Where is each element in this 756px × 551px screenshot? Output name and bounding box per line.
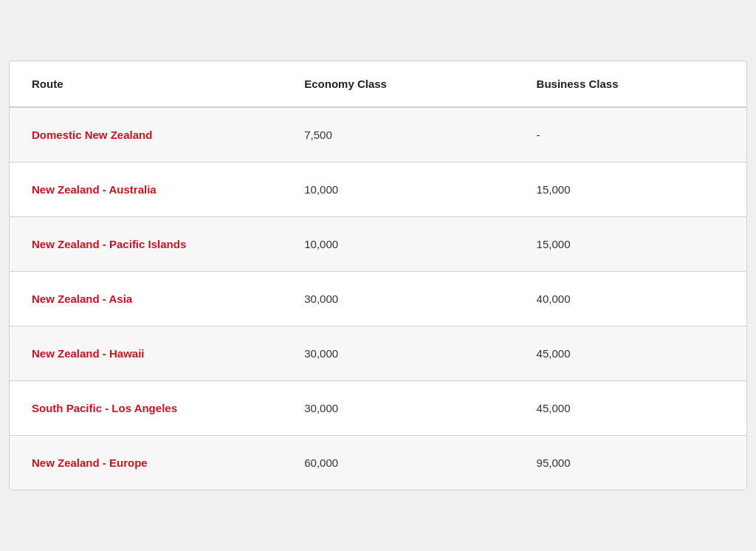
route-header: Route — [10, 61, 282, 107]
table-row: New Zealand - Hawaii30,00045,000 — [10, 326, 746, 381]
table-row: New Zealand - Australia10,00015,000 — [10, 162, 746, 217]
route-name: South Pacific - Los Angeles — [32, 402, 177, 414]
fare-table-container: Route Economy Class Business Class Domes… — [9, 61, 747, 490]
table-row: South Pacific - Los Angeles30,00045,000 — [10, 381, 746, 436]
economy-cell: 7,500 — [282, 107, 514, 162]
economy-header: Economy Class — [282, 61, 514, 107]
table-row: New Zealand - Asia30,00040,000 — [10, 272, 746, 326]
business-cell: 45,000 — [515, 326, 746, 381]
route-cell: South Pacific - Los Angeles — [10, 381, 282, 436]
table-row: New Zealand - Pacific Islands10,00015,00… — [10, 217, 746, 272]
economy-cell: 30,000 — [282, 326, 514, 381]
table-header-row: Route Economy Class Business Class — [10, 61, 746, 107]
route-name: New Zealand - Australia — [32, 183, 157, 196]
economy-cell: 30,000 — [282, 381, 514, 436]
route-name: New Zealand - Asia — [32, 292, 132, 305]
fare-table: Route Economy Class Business Class Domes… — [10, 61, 746, 490]
route-name: New Zealand - Europe — [32, 456, 148, 469]
route-cell: New Zealand - Asia — [10, 272, 282, 326]
economy-cell: 10,000 — [282, 217, 514, 272]
route-cell: New Zealand - Hawaii — [10, 326, 282, 381]
business-cell: 15,000 — [515, 162, 746, 217]
business-cell: - — [515, 107, 746, 162]
table-row: New Zealand - Europe60,00095,000 — [10, 436, 746, 490]
business-cell: 40,000 — [515, 272, 746, 326]
economy-cell: 10,000 — [282, 162, 514, 217]
route-name: New Zealand - Hawaii — [32, 347, 145, 360]
route-cell: New Zealand - Europe — [10, 436, 282, 490]
route-cell: Domestic New Zealand — [10, 107, 282, 162]
economy-cell: 60,000 — [282, 436, 514, 490]
business-cell: 95,000 — [515, 436, 746, 490]
business-cell: 45,000 — [515, 381, 746, 436]
business-cell: 15,000 — [515, 217, 746, 272]
table-row: Domestic New Zealand7,500- — [10, 107, 746, 162]
economy-cell: 30,000 — [282, 272, 514, 326]
route-cell: New Zealand - Australia — [10, 162, 282, 217]
route-name: Domestic New Zealand — [32, 129, 152, 141]
business-header: Business Class — [515, 61, 746, 107]
route-name: New Zealand - Pacific Islands — [32, 238, 186, 250]
route-cell: New Zealand - Pacific Islands — [10, 217, 282, 272]
